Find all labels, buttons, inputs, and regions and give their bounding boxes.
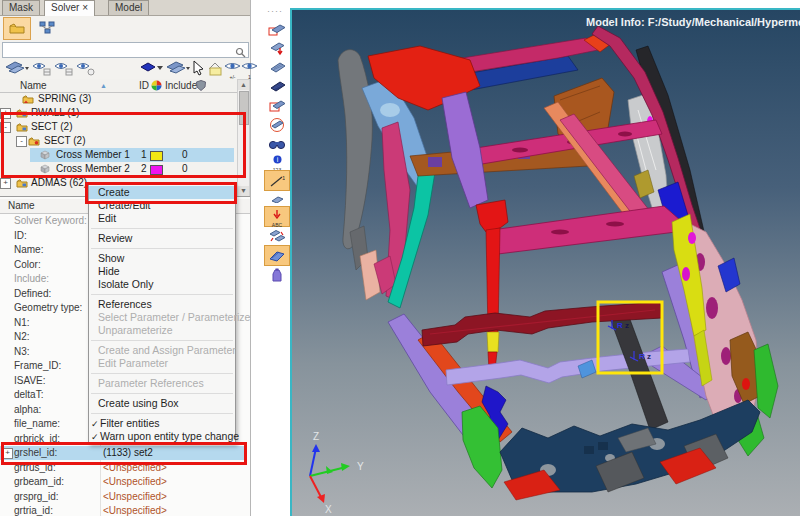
prop-row-grshel[interactable]: + grshel_id: (1133) set2 (0, 446, 246, 460)
menu-item-create-using-box[interactable]: Create using Box (89, 397, 235, 410)
browser-tab-bar: Mask Solver × Model (0, 0, 250, 16)
color-swatch[interactable] (150, 151, 163, 161)
menu-separator (91, 294, 233, 295)
panel-outline-icon[interactable] (264, 96, 290, 115)
prop-row[interactable]: grtria_id:<Unspecified> (0, 504, 246, 516)
include-value: 0 (182, 148, 188, 162)
color-swatch[interactable] (150, 165, 163, 175)
axis-y-label: Y (357, 461, 364, 472)
menu-item-isolate-only[interactable]: Isolate Only (89, 278, 235, 291)
drag-dots-icon[interactable]: ···· (267, 6, 283, 16)
tab-close-icon[interactable]: × (82, 2, 88, 13)
measure-icon[interactable]: 1 (264, 170, 290, 191)
expander-icon[interactable]: + (0, 108, 11, 119)
expander-icon[interactable]: + (2, 448, 13, 459)
panels-swap-icon[interactable] (264, 227, 290, 246)
menu-separator (91, 413, 233, 414)
model-info-text: Model Info: F:/Study/Mechanical/Hypermes (586, 16, 800, 28)
rail-slot (512, 148, 528, 153)
tree-row-sect-nested[interactable]: - SECT (2) (0, 134, 236, 148)
panel-mask-icon[interactable] (264, 20, 290, 39)
info-123-icon[interactable]: i123 (264, 152, 290, 171)
expander-icon[interactable]: + (0, 178, 11, 189)
svg-text:1: 1 (282, 175, 285, 181)
axis-x-label: X (325, 504, 332, 515)
menu-separator (91, 373, 233, 374)
menu-item-references[interactable]: References (89, 298, 235, 311)
menu-item-review[interactable]: Review (89, 232, 235, 245)
graphics-viewport[interactable]: R z R z Z Y X Model Inf (290, 8, 800, 516)
menu-item-warn-entity-change[interactable]: ✓Warn upon entity type change (89, 430, 235, 443)
panel-rib (584, 446, 594, 454)
tree-row-cross-member-1[interactable]: Cross Member 1 1 0 (0, 148, 236, 162)
column-id[interactable]: ID (139, 79, 149, 92)
section-plane-icon[interactable] (264, 245, 290, 266)
tree-row-sect[interactable]: - SECT (2) (0, 120, 236, 134)
scroll-down-icon[interactable]: ▼ (238, 186, 249, 196)
menu-item-filter-entities[interactable]: ✓Filter entities (89, 417, 235, 430)
panel-circle-icon[interactable] (264, 115, 290, 134)
entity-id: 1 (141, 148, 147, 162)
prop-value[interactable]: (1133) set2 (103, 446, 153, 460)
panel-sheet-icon[interactable] (264, 58, 290, 77)
model-share-button[interactable] (33, 17, 61, 40)
panel-oval (706, 297, 718, 319)
entity-id: 2 (141, 162, 147, 176)
show-entities-icon-2[interactable] (54, 58, 74, 78)
display-style-dropdown-icon[interactable] (140, 58, 164, 78)
tree-row-rwall[interactable]: + RWALL (1) (0, 106, 236, 120)
panel-oval (721, 347, 731, 365)
tab-model[interactable]: Model (108, 0, 149, 15)
tab-mask[interactable]: Mask (2, 0, 40, 15)
yellow-segment[interactable] (487, 332, 499, 352)
selector-arrow-icon[interactable] (192, 58, 206, 78)
tab-solver[interactable]: Solver × (44, 0, 95, 16)
prop-value[interactable]: <Unspecified> (103, 475, 167, 489)
menu-separator (91, 393, 233, 394)
show-entities-icon[interactable] (32, 58, 52, 78)
pillar-cutout (380, 103, 400, 117)
menu-item-show[interactable]: Show (89, 252, 235, 265)
prop-value[interactable]: <Unspecified> (103, 504, 167, 516)
tree-header[interactable]: Name ▲ ID Include (0, 79, 250, 93)
menu-item-create[interactable]: Create (89, 186, 235, 199)
show-entities-icon-3[interactable] (76, 58, 96, 78)
prop-value[interactable]: <Unspecified> (103, 461, 167, 475)
checkmark-icon: ✓ (91, 431, 98, 444)
model-share-icon (39, 20, 55, 38)
panel-filled-icon[interactable] (264, 77, 290, 96)
menu-item-create-edit[interactable]: Create/Edit (89, 199, 235, 212)
display-toolbar: ···· i123 1 ABC ABC (263, 0, 290, 516)
folder-view-button[interactable] (3, 17, 31, 40)
show-one-icon[interactable]: 1 (241, 58, 258, 78)
model-canvas[interactable]: R z R z Z Y X Model Inf (292, 10, 800, 516)
prop-row[interactable]: grsprg_id:<Unspecified> (0, 490, 246, 504)
bright-oval (682, 267, 690, 281)
expander-icon[interactable]: - (16, 136, 27, 147)
prop-value[interactable]: <Unspecified> (103, 490, 167, 504)
mass-icon[interactable] (264, 266, 290, 285)
abc-arrow-icon[interactable]: ABC (264, 206, 290, 227)
column-name[interactable]: Name (20, 79, 47, 92)
column-include[interactable]: Include (165, 79, 197, 92)
hypermesh-window: Mask Solver × Model +/- 1 (0, 0, 800, 516)
prop-row[interactable]: grbeam_id:<Unspecified> (0, 475, 246, 489)
show-plus-minus-icon[interactable]: +/- (224, 58, 241, 78)
scroll-up-icon[interactable]: ▲ (238, 80, 249, 90)
browser-toolbar: +/- 1 (0, 58, 250, 79)
browser-search-field[interactable] (2, 42, 249, 58)
tree-row-cross-member-2[interactable]: Cross Member 2 2 0 (0, 162, 236, 176)
scrollbar-thumb[interactable] (239, 91, 249, 125)
note-icon[interactable] (207, 58, 224, 78)
tree-scrollbar[interactable]: ▲ ▼ (237, 79, 250, 197)
menu-item-hide[interactable]: Hide (89, 265, 235, 278)
panel-arrow-icon[interactable] (264, 39, 290, 58)
entity-panels-dropdown-icon[interactable] (3, 58, 29, 78)
menu-item-edit[interactable]: Edit (89, 212, 235, 225)
entity-panels-dropdown-icon-2[interactable] (164, 58, 190, 78)
tree-row-spring[interactable]: SPRING (3) (0, 92, 236, 106)
expander-icon[interactable]: - (0, 122, 11, 133)
menu-item-edit-parameter: Edit Parameter (89, 357, 235, 370)
menu-item-unparameterize: Unparameterize (89, 324, 235, 337)
prop-row[interactable]: grtrus_id:<Unspecified> (0, 461, 246, 475)
